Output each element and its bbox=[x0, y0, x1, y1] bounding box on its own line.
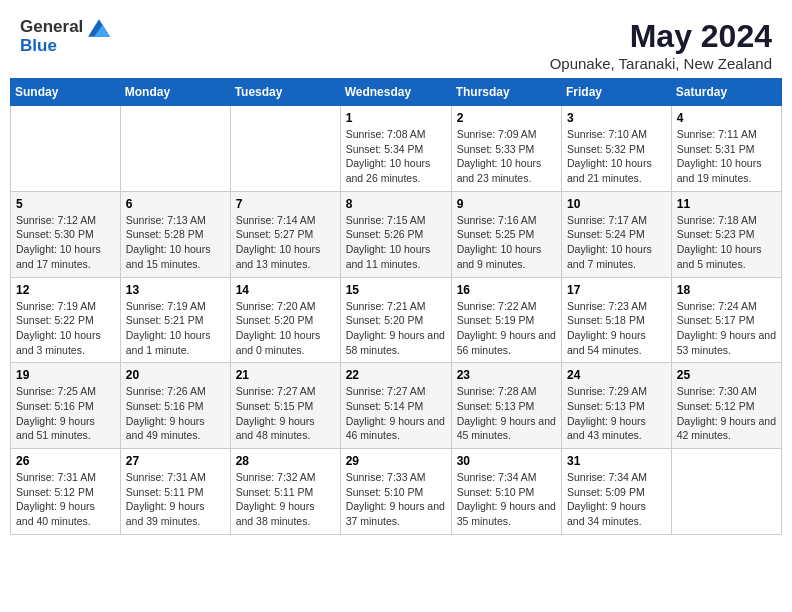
calendar-cell bbox=[120, 106, 230, 192]
day-number: 2 bbox=[457, 111, 556, 125]
sunrise-text: Sunrise: 7:18 AM bbox=[677, 214, 757, 226]
sunset-text: Sunset: 5:15 PM bbox=[236, 400, 314, 412]
sunset-text: Sunset: 5:34 PM bbox=[346, 143, 424, 155]
logo: General Blue bbox=[20, 18, 110, 55]
calendar-cell: 1Sunrise: 7:08 AMSunset: 5:34 PMDaylight… bbox=[340, 106, 451, 192]
day-number: 20 bbox=[126, 368, 225, 382]
day-info: Sunrise: 7:14 AMSunset: 5:27 PMDaylight:… bbox=[236, 213, 335, 272]
calendar-cell: 24Sunrise: 7:29 AMSunset: 5:13 PMDayligh… bbox=[562, 363, 672, 449]
sunrise-text: Sunrise: 7:12 AM bbox=[16, 214, 96, 226]
day-number: 5 bbox=[16, 197, 115, 211]
sunrise-text: Sunrise: 7:26 AM bbox=[126, 385, 206, 397]
daylight-label: Daylight: 10 hours and 11 minutes. bbox=[346, 243, 431, 270]
calendar-cell: 14Sunrise: 7:20 AMSunset: 5:20 PMDayligh… bbox=[230, 277, 340, 363]
sunset-text: Sunset: 5:13 PM bbox=[567, 400, 645, 412]
header-row: SundayMondayTuesdayWednesdayThursdayFrid… bbox=[11, 79, 782, 106]
sunrise-text: Sunrise: 7:15 AM bbox=[346, 214, 426, 226]
sunrise-text: Sunrise: 7:33 AM bbox=[346, 471, 426, 483]
sunset-text: Sunset: 5:18 PM bbox=[567, 314, 645, 326]
calendar-cell: 31Sunrise: 7:34 AMSunset: 5:09 PMDayligh… bbox=[562, 449, 672, 535]
calendar-cell bbox=[11, 106, 121, 192]
sunset-text: Sunset: 5:17 PM bbox=[677, 314, 755, 326]
day-info: Sunrise: 7:08 AMSunset: 5:34 PMDaylight:… bbox=[346, 127, 446, 186]
daylight-label: Daylight: 10 hours and 21 minutes. bbox=[567, 157, 652, 184]
day-info: Sunrise: 7:13 AMSunset: 5:28 PMDaylight:… bbox=[126, 213, 225, 272]
calendar-cell: 3Sunrise: 7:10 AMSunset: 5:32 PMDaylight… bbox=[562, 106, 672, 192]
day-number: 11 bbox=[677, 197, 776, 211]
day-info: Sunrise: 7:31 AMSunset: 5:11 PMDaylight:… bbox=[126, 470, 225, 529]
daylight-label: Daylight: 9 hours and 49 minutes. bbox=[126, 415, 205, 442]
day-header-saturday: Saturday bbox=[671, 79, 781, 106]
sunset-text: Sunset: 5:20 PM bbox=[236, 314, 314, 326]
sunset-text: Sunset: 5:27 PM bbox=[236, 228, 314, 240]
day-number: 30 bbox=[457, 454, 556, 468]
day-number: 14 bbox=[236, 283, 335, 297]
calendar-cell: 25Sunrise: 7:30 AMSunset: 5:12 PMDayligh… bbox=[671, 363, 781, 449]
day-info: Sunrise: 7:10 AMSunset: 5:32 PMDaylight:… bbox=[567, 127, 666, 186]
day-number: 4 bbox=[677, 111, 776, 125]
day-number: 21 bbox=[236, 368, 335, 382]
calendar-cell: 27Sunrise: 7:31 AMSunset: 5:11 PMDayligh… bbox=[120, 449, 230, 535]
sunset-text: Sunset: 5:19 PM bbox=[457, 314, 535, 326]
daylight-label: Daylight: 10 hours and 17 minutes. bbox=[16, 243, 101, 270]
day-number: 17 bbox=[567, 283, 666, 297]
calendar-cell: 5Sunrise: 7:12 AMSunset: 5:30 PMDaylight… bbox=[11, 191, 121, 277]
location: Opunake, Taranaki, New Zealand bbox=[550, 55, 772, 72]
daylight-label: Daylight: 9 hours and 48 minutes. bbox=[236, 415, 315, 442]
calendar-cell: 7Sunrise: 7:14 AMSunset: 5:27 PMDaylight… bbox=[230, 191, 340, 277]
daylight-label: Daylight: 10 hours and 15 minutes. bbox=[126, 243, 211, 270]
daylight-label: Daylight: 10 hours and 5 minutes. bbox=[677, 243, 762, 270]
day-info: Sunrise: 7:19 AMSunset: 5:21 PMDaylight:… bbox=[126, 299, 225, 358]
calendar-cell: 4Sunrise: 7:11 AMSunset: 5:31 PMDaylight… bbox=[671, 106, 781, 192]
day-info: Sunrise: 7:27 AMSunset: 5:14 PMDaylight:… bbox=[346, 384, 446, 443]
day-number: 23 bbox=[457, 368, 556, 382]
calendar-cell: 29Sunrise: 7:33 AMSunset: 5:10 PMDayligh… bbox=[340, 449, 451, 535]
day-info: Sunrise: 7:31 AMSunset: 5:12 PMDaylight:… bbox=[16, 470, 115, 529]
sunrise-text: Sunrise: 7:20 AM bbox=[236, 300, 316, 312]
sunset-text: Sunset: 5:12 PM bbox=[677, 400, 755, 412]
calendar-cell: 17Sunrise: 7:23 AMSunset: 5:18 PMDayligh… bbox=[562, 277, 672, 363]
sunrise-text: Sunrise: 7:27 AM bbox=[236, 385, 316, 397]
sunrise-text: Sunrise: 7:09 AM bbox=[457, 128, 537, 140]
sunrise-text: Sunrise: 7:17 AM bbox=[567, 214, 647, 226]
sunrise-text: Sunrise: 7:10 AM bbox=[567, 128, 647, 140]
daylight-label: Daylight: 10 hours and 7 minutes. bbox=[567, 243, 652, 270]
day-info: Sunrise: 7:22 AMSunset: 5:19 PMDaylight:… bbox=[457, 299, 556, 358]
calendar-body: 1Sunrise: 7:08 AMSunset: 5:34 PMDaylight… bbox=[11, 106, 782, 535]
daylight-label: Daylight: 9 hours and 54 minutes. bbox=[567, 329, 646, 356]
day-header-tuesday: Tuesday bbox=[230, 79, 340, 106]
calendar-cell: 26Sunrise: 7:31 AMSunset: 5:12 PMDayligh… bbox=[11, 449, 121, 535]
day-info: Sunrise: 7:17 AMSunset: 5:24 PMDaylight:… bbox=[567, 213, 666, 272]
sunset-text: Sunset: 5:13 PM bbox=[457, 400, 535, 412]
calendar-cell: 2Sunrise: 7:09 AMSunset: 5:33 PMDaylight… bbox=[451, 106, 561, 192]
month-title: May 2024 bbox=[550, 18, 772, 55]
day-number: 6 bbox=[126, 197, 225, 211]
day-number: 24 bbox=[567, 368, 666, 382]
daylight-label: Daylight: 9 hours and 45 minutes. bbox=[457, 415, 556, 442]
logo-blue: Blue bbox=[20, 37, 110, 56]
sunrise-text: Sunrise: 7:29 AM bbox=[567, 385, 647, 397]
calendar-cell bbox=[671, 449, 781, 535]
sunset-text: Sunset: 5:22 PM bbox=[16, 314, 94, 326]
daylight-label: Daylight: 9 hours and 38 minutes. bbox=[236, 500, 315, 527]
header: General Blue May 2024 Opunake, Taranaki,… bbox=[10, 10, 782, 78]
sunset-text: Sunset: 5:32 PM bbox=[567, 143, 645, 155]
calendar-cell: 30Sunrise: 7:34 AMSunset: 5:10 PMDayligh… bbox=[451, 449, 561, 535]
calendar-table: SundayMondayTuesdayWednesdayThursdayFrid… bbox=[10, 78, 782, 535]
sunrise-text: Sunrise: 7:31 AM bbox=[126, 471, 206, 483]
calendar-cell: 10Sunrise: 7:17 AMSunset: 5:24 PMDayligh… bbox=[562, 191, 672, 277]
day-info: Sunrise: 7:29 AMSunset: 5:13 PMDaylight:… bbox=[567, 384, 666, 443]
daylight-label: Daylight: 9 hours and 35 minutes. bbox=[457, 500, 556, 527]
day-info: Sunrise: 7:11 AMSunset: 5:31 PMDaylight:… bbox=[677, 127, 776, 186]
day-number: 13 bbox=[126, 283, 225, 297]
sunrise-text: Sunrise: 7:08 AM bbox=[346, 128, 426, 140]
day-info: Sunrise: 7:34 AMSunset: 5:09 PMDaylight:… bbox=[567, 470, 666, 529]
logo-general: General bbox=[20, 18, 110, 37]
daylight-label: Daylight: 9 hours and 43 minutes. bbox=[567, 415, 646, 442]
day-header-sunday: Sunday bbox=[11, 79, 121, 106]
day-info: Sunrise: 7:12 AMSunset: 5:30 PMDaylight:… bbox=[16, 213, 115, 272]
day-info: Sunrise: 7:30 AMSunset: 5:12 PMDaylight:… bbox=[677, 384, 776, 443]
sunrise-text: Sunrise: 7:28 AM bbox=[457, 385, 537, 397]
day-info: Sunrise: 7:28 AMSunset: 5:13 PMDaylight:… bbox=[457, 384, 556, 443]
day-info: Sunrise: 7:33 AMSunset: 5:10 PMDaylight:… bbox=[346, 470, 446, 529]
